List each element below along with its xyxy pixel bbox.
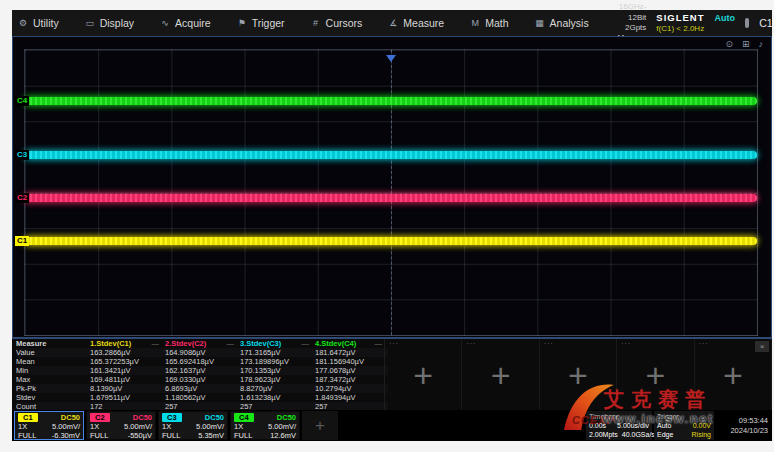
channel-badge-c1: C1 [18,413,38,422]
slot-menu-dots[interactable]: ··· [544,340,554,347]
menu-cursors[interactable]: # Cursors [311,17,363,29]
close-measure-panel-button[interactable]: × [755,341,769,352]
measure-col-header-c4[interactable]: 4.Stdev(C4)— [315,339,388,348]
analysis-icon: ▦ [535,18,545,28]
menu-analysis[interactable]: ▦ Analysis [535,17,589,29]
gear-icon: ⚙ [18,18,28,28]
collapse-dash[interactable]: — [375,339,383,348]
measure-col-header-c2[interactable]: 2.Stdev(C2)— [165,339,240,348]
brand-logo: SIGLENT [656,12,704,23]
menu-utility[interactable]: ⚙ Utility [18,17,59,29]
timebase-box[interactable]: Timebase 0.00s5.00us/div 2.00Mpts40.0GSa… [586,411,652,440]
value-c3: 171.3165µV [240,348,315,357]
max-c1: 169.4811µV [90,375,165,384]
coupling-c3: DC50 [205,413,224,422]
trigger-position-marker[interactable] [386,55,396,62]
channel-box-c1[interactable]: C1DC50 1X5.00mV/ FULL-6.30mV [14,411,84,440]
menu-trigger-label: Trigger [252,17,285,29]
oscilloscope-screen: ⚙ Utility ▭ Display ∿ Acquire ⚑ Trigger … [12,10,772,441]
menu-math-label: Math [485,17,508,29]
timebase-samplerate: 40.0GSa/s [622,430,655,439]
measure-col-header-c3[interactable]: 3.Stdev(C3)— [240,339,315,348]
flag-icon: ⚑ [237,18,247,28]
trigger-box[interactable]: Trigger Auto0.00V EdgeRising [654,411,714,440]
channel-box-c4[interactable]: C4DC50 1X5.00mV/ FULL12.6mV [230,411,300,440]
menu-utility-label: Utility [33,17,59,29]
measure-col-header-c1[interactable]: 1.Stdev(C1)— [90,339,165,348]
channel-badge-c2: C2 [90,413,110,422]
slot-menu-dots[interactable]: ··· [466,340,476,347]
active-channel-label[interactable]: C1 [759,17,772,29]
menu-acquire[interactable]: ∿ Acquire [160,17,211,29]
cursors-icon: # [311,18,321,28]
row-label-min: Min [16,366,90,375]
measure-slot-5[interactable]: ··· + [385,339,462,410]
value-c2: 164.9086µV [165,348,240,357]
measure-slot-6[interactable]: ··· + [462,339,539,410]
offset-c3: 5.35mV [198,431,224,440]
collapse-dash[interactable]: — [302,339,310,348]
waveform-display[interactable]: ⊙ ⊞ ♪ C4 C3 C2 C1 [12,36,772,338]
slot-menu-dots[interactable]: ··· [699,340,709,347]
pkpk-c1: 8.1390µV [90,384,165,393]
move-icon[interactable]: ⊞ [742,39,750,49]
clock: 09:53:44 2024/10/23 [716,411,770,440]
trace-c1[interactable] [25,237,757,245]
atten-c2: 1X [90,422,99,431]
offset-c4: 12.6mV [270,431,296,440]
camera-icon[interactable]: ⊙ [725,39,733,49]
menu-trigger[interactable]: ⚑ Trigger [237,17,285,29]
mean-c3: 173.189896µV [240,357,315,366]
slot-menu-dots[interactable]: ··· [389,340,399,347]
scale-c3: 5.00mV/ [196,422,224,431]
max-c4: 187.3472µV [315,375,388,384]
pkpk-c4: 10.2794µV [315,384,388,393]
sound-icon[interactable]: ♪ [759,39,764,49]
trigger-label: Trigger [657,412,711,421]
menu-measure-label: Measure [403,17,444,29]
measure-icon: ∡ [388,18,398,28]
stdev-c1: 1.679511µV [90,393,165,402]
trace-c4[interactable] [25,97,757,105]
measure-slot-8[interactable]: ··· + [617,339,694,410]
scale-c4: 5.00mV/ [268,422,296,431]
add-channel-button[interactable]: + [302,411,338,440]
measure-table-title: Measure [16,339,90,348]
frequency-readout: f(C1) < 2.0Hz [656,24,735,34]
pkpk-c2: 6.8693µV [165,384,240,393]
menu-display[interactable]: ▭ Display [85,17,134,29]
channel-marker-c3[interactable]: C3 [15,150,29,160]
trace-c2[interactable] [25,194,757,202]
channel-marker-c2[interactable]: C2 [15,193,29,203]
channel-marker-c1[interactable]: C1 [15,236,29,246]
pkpk-c3: 8.8270µV [240,384,315,393]
measure-slot-7[interactable]: ··· + [540,339,617,410]
clock-date: 2024/10/23 [716,426,768,436]
value-c1: 163.2866µV [90,348,165,357]
mean-c2: 165.692418µV [165,357,240,366]
bw-c3: FULL [162,431,180,440]
trigger-slope: Rising [692,430,711,439]
measure-panel: Measure 1.Stdev(C1)— 2.Stdev(C2)— 3.Stde… [12,338,772,410]
trace-c3[interactable] [25,151,757,159]
coupling-c1: DC50 [61,413,80,422]
usb-status-icon [745,18,749,28]
acquisition-status[interactable]: Auto [715,13,736,24]
value-c4: 181.6472µV [315,348,388,357]
bandwidth-info: 16GHz-12Bit [615,2,647,23]
menubar: ⚙ Utility ▭ Display ∿ Acquire ⚑ Trigger … [12,10,772,36]
channel-box-c3[interactable]: C3DC50 1X5.00mV/ FULL5.35mV [158,411,228,440]
menu-measure[interactable]: ∡ Measure [388,17,444,29]
collapse-dash[interactable]: — [152,339,160,348]
display-icon: ▭ [85,18,95,28]
slot-menu-dots[interactable]: ··· [621,340,631,347]
atten-c3: 1X [162,422,171,431]
trigger-mode: Auto [657,421,671,430]
stdev-c2: 1.180562µV [165,393,240,402]
collapse-dash[interactable]: — [227,339,235,348]
menu-math[interactable]: M Math [470,17,508,29]
row-label-max: Max [16,375,90,384]
channel-marker-c4[interactable]: C4 [15,96,29,106]
channel-box-c2[interactable]: C2DC50 1X5.00mV/ FULL-550µV [86,411,156,440]
min-c2: 162.1637µV [165,366,240,375]
